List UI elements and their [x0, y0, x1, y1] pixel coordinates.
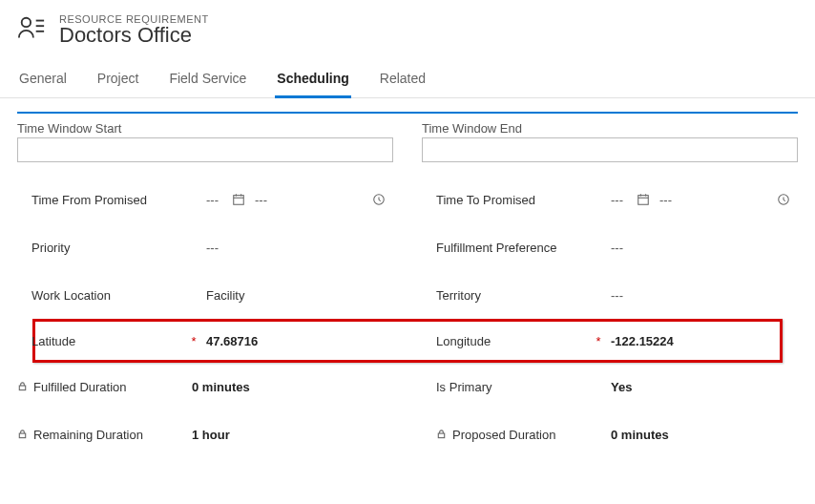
svg-rect-4	[234, 196, 244, 205]
record-title: Doctors Office	[59, 23, 209, 48]
field-priority: Priority * ---	[31, 223, 393, 271]
tab-strip: General Project Field Service Scheduling…	[0, 59, 815, 98]
value-proposed-duration: 0 minutes	[611, 428, 669, 442]
section-label-time-window-end: Time Window End	[422, 121, 798, 136]
page-header: RESOURCE REQUIREMENT Doctors Office	[0, 0, 815, 59]
field-fulfilled-duration: Fulfilled Duration * 0 minutes	[17, 363, 393, 410]
person-list-icon	[17, 14, 46, 47]
field-fulfillment-preference: Fulfillment Preference * ---	[436, 223, 798, 271]
calendar-icon[interactable]	[232, 193, 245, 206]
clock-icon[interactable]	[777, 193, 790, 206]
svg-rect-16	[438, 433, 444, 438]
accent-bar	[17, 112, 798, 114]
label-time-from-promised: Time From Promised	[31, 193, 189, 207]
field-proposed-duration: Proposed Duration * 0 minutes	[436, 410, 798, 458]
lock-icon	[17, 381, 28, 391]
svg-rect-14	[19, 386, 25, 390]
svg-point-0	[22, 18, 31, 27]
label-territory: Territory	[436, 288, 594, 303]
required-indicator: *	[594, 334, 603, 348]
time-window-end-input[interactable]	[422, 137, 798, 162]
label-remaining-duration: Remaining Duration	[17, 428, 175, 442]
value-time-to-promised-date[interactable]: ---	[611, 193, 623, 207]
column-left: Time Window Start Time From Promised * -…	[17, 121, 393, 319]
field-time-from-promised: Time From Promised * --- ---	[31, 176, 393, 223]
clock-icon[interactable]	[372, 193, 386, 206]
label-latitude: Latitude	[31, 334, 189, 348]
value-is-primary[interactable]: Yes	[611, 380, 632, 394]
time-window-start-input[interactable]	[17, 137, 393, 162]
field-territory: Territory * ---	[436, 271, 798, 319]
field-remaining-duration: Remaining Duration * 1 hour	[17, 410, 393, 458]
label-proposed-duration: Proposed Duration	[436, 428, 594, 442]
field-work-location: Work Location * Facility	[31, 271, 393, 319]
value-priority[interactable]: ---	[206, 241, 219, 255]
calendar-icon[interactable]	[637, 193, 650, 206]
value-time-to-promised-time[interactable]: ---	[659, 193, 672, 207]
tab-general[interactable]: General	[17, 65, 69, 97]
value-fulfilled-duration: 0 minutes	[192, 380, 250, 394]
svg-rect-9	[638, 196, 649, 205]
column-right: Time Window End Time To Promised * --- -…	[422, 121, 798, 319]
value-territory[interactable]: ---	[611, 288, 623, 303]
field-time-to-promised: Time To Promised * --- ---	[436, 176, 798, 223]
tab-project[interactable]: Project	[95, 65, 141, 97]
required-indicator: *	[189, 334, 199, 348]
value-longitude[interactable]: -122.15224	[611, 334, 674, 348]
svg-rect-15	[19, 433, 25, 438]
label-fulfilled-duration: Fulfilled Duration	[17, 380, 175, 394]
label-fulfillment-preference: Fulfillment Preference	[436, 241, 594, 255]
label-work-location: Work Location	[31, 288, 189, 303]
label-time-to-promised: Time To Promised	[436, 193, 594, 207]
tab-scheduling[interactable]: Scheduling	[275, 65, 350, 98]
value-latitude[interactable]: 47.68716	[206, 334, 258, 348]
label-is-primary: Is Primary	[436, 380, 594, 394]
section-label-time-window-start: Time Window Start	[17, 121, 393, 136]
label-longitude: Longitude	[436, 334, 594, 348]
value-time-from-promised-time[interactable]: ---	[255, 193, 267, 207]
value-remaining-duration: 1 hour	[192, 428, 230, 442]
value-work-location[interactable]: Facility	[206, 288, 244, 303]
value-time-from-promised-date[interactable]: ---	[206, 193, 219, 207]
lock-icon	[436, 429, 447, 439]
lock-icon	[17, 429, 28, 439]
field-latitude: Latitude * 47.68716	[31, 319, 393, 363]
field-is-primary: Is Primary * Yes	[436, 363, 798, 410]
tab-related[interactable]: Related	[378, 65, 428, 97]
tab-field-service[interactable]: Field Service	[167, 65, 248, 97]
value-fulfillment-preference[interactable]: ---	[611, 241, 623, 255]
label-priority: Priority	[31, 241, 189, 255]
field-longitude: Longitude * -122.15224	[436, 319, 798, 363]
